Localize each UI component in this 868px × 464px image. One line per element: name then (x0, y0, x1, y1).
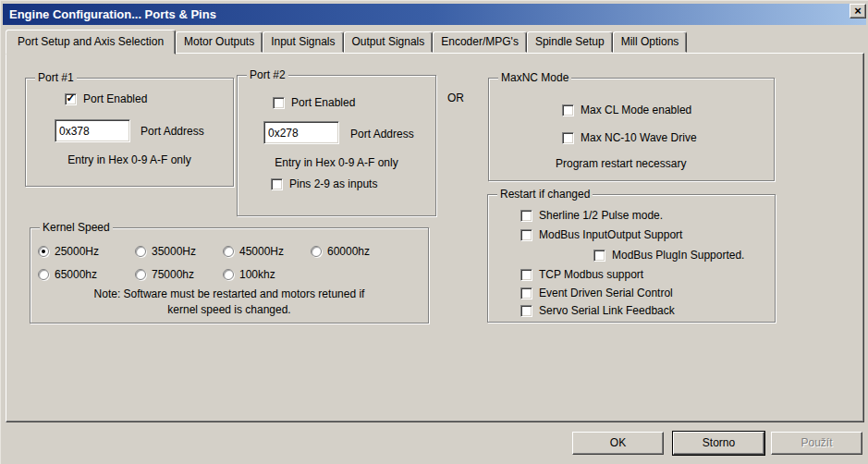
restart-modbus-plugin-checkbox[interactable] (593, 250, 605, 262)
ok-button[interactable]: OK (572, 432, 664, 455)
checkmark-icon: ✓ (66, 93, 75, 103)
restart-modbus-io-row[interactable]: ModBus InputOutput Support (520, 228, 682, 241)
tab-input-signals[interactable]: Input Signals (263, 31, 343, 53)
port2-enabled-label[interactable]: Port Enabled (291, 96, 355, 109)
restart-sherline-row[interactable]: Sherline 1/2 Pulse mode. (520, 209, 663, 222)
port2-enabled-checkbox[interactable] (273, 97, 285, 109)
maxnc-wave-label[interactable]: Max NC-10 Wave Drive (581, 131, 697, 144)
close-icon: × (854, 4, 862, 18)
port2-enabled-checkbox-row[interactable]: Port Enabled (273, 96, 355, 109)
tab-motor-outputs[interactable]: Motor Outputs (176, 31, 263, 53)
kernel-100khz-label[interactable]: 100khz (239, 268, 275, 281)
maxnc-legend: MaxNC Mode (498, 71, 571, 84)
kernel-75000hz-label[interactable]: 75000hz (152, 268, 194, 281)
port1-group: Port #1 ✓ Port Enabled Port Address Entr… (25, 78, 234, 187)
port2-pins-label[interactable]: Pins 2-9 as inputs (289, 177, 377, 190)
maxnc-cl-label[interactable]: Max CL Mode enabled (581, 104, 691, 116)
port2-group: Port #2 Port Enabled Port Address Entry … (237, 75, 436, 216)
port2-address-label: Port Address (350, 128, 414, 140)
restart-sherline-checkbox[interactable] (520, 210, 532, 222)
kernel-35000hz-radio-row[interactable]: 35000Hz (135, 245, 196, 258)
window-title: Engine Configuration... Ports & Pins (9, 7, 216, 21)
kernel-speed-group: Kernel Speed 25000Hz 35000Hz 45000Hz 600… (30, 227, 429, 324)
kernel-75000hz-radio[interactable] (135, 269, 146, 280)
restart-legend: Restart if changed (497, 188, 593, 201)
port2-address-input[interactable] (263, 121, 339, 144)
restart-if-changed-group: Restart if changed Sherline 1/2 Pulse mo… (487, 194, 776, 323)
tab-page-port-setup: Port #1 ✓ Port Enabled Port Address Entr… (6, 53, 864, 422)
restart-tcp-modbus-label[interactable]: TCP Modbus support (539, 268, 643, 281)
kernel-35000hz-radio[interactable] (135, 246, 146, 257)
kernel-25000hz-radio[interactable] (38, 246, 49, 257)
kernel-35000hz-label[interactable]: 35000Hz (152, 245, 196, 258)
port1-address-label: Port Address (141, 125, 204, 138)
port1-enabled-checkbox-row[interactable]: ✓ Port Enabled (65, 92, 147, 105)
restart-event-serial-row[interactable]: Event Driven Serial Control (520, 287, 673, 299)
tab-mill-options[interactable]: Mill Options (613, 31, 688, 53)
kernel-25000hz-radio-row[interactable]: 25000Hz (38, 245, 99, 258)
titlebar[interactable]: Engine Configuration... Ports & Pins (3, 4, 866, 25)
restart-tcp-modbus-checkbox[interactable] (520, 269, 532, 281)
restart-modbus-plugin-row[interactable]: ModBus PlugIn Supported. (593, 249, 744, 262)
kernel-note-line1: Note: Software must be restarted and mot… (31, 287, 428, 300)
tab-port-setup-and-axis-selection[interactable]: Port Setup and Axis Selection (6, 30, 176, 55)
restart-servo-serial-checkbox[interactable] (520, 305, 532, 317)
port2-pins-checkbox[interactable] (271, 178, 283, 190)
restart-event-serial-label[interactable]: Event Driven Serial Control (539, 287, 673, 299)
restart-servo-serial-row[interactable]: Servo Serial Link Feedback (520, 304, 675, 317)
restart-servo-serial-label[interactable]: Servo Serial Link Feedback (539, 304, 675, 317)
engine-configuration-dialog: Engine Configuration... Ports & Pins × P… (0, 0, 868, 464)
port2-hex-hint: Entry in Hex 0-9 A-F only (238, 156, 435, 169)
kernel-45000hz-radio[interactable] (223, 246, 234, 257)
tab-encoder-mpgs[interactable]: Encoder/MPG's (433, 31, 527, 53)
restart-modbus-io-checkbox[interactable] (520, 229, 532, 241)
port1-legend: Port #1 (35, 71, 77, 84)
maxnc-mode-group: MaxNC Mode Max CL Mode enabled Max NC-10… (488, 78, 775, 181)
tab-spindle-setup[interactable]: Spindle Setup (527, 31, 613, 53)
maxnc-wave-checkbox-row[interactable]: Max NC-10 Wave Drive (562, 131, 697, 144)
maxnc-note: Program restart necessary (556, 157, 686, 170)
kernel-45000hz-radio-row[interactable]: 45000Hz (223, 245, 284, 258)
restart-event-serial-checkbox[interactable] (520, 287, 532, 299)
port2-pins-checkbox-row[interactable]: Pins 2-9 as inputs (271, 177, 377, 190)
port1-address-input[interactable] (55, 119, 130, 142)
cancel-button[interactable]: Storno (673, 432, 764, 455)
kernel-25000hz-label[interactable]: 25000Hz (55, 245, 99, 258)
kernel-60000hz-label[interactable]: 60000hz (327, 245, 370, 258)
kernel-65000hz-label[interactable]: 65000hz (55, 268, 97, 281)
kernel-legend: Kernel Speed (40, 221, 113, 234)
apply-button[interactable]: Použít (771, 432, 862, 455)
port1-enabled-label[interactable]: Port Enabled (83, 92, 147, 105)
kernel-100khz-radio[interactable] (223, 269, 234, 280)
kernel-45000hz-label[interactable]: 45000Hz (239, 245, 284, 258)
maxnc-cl-checkbox[interactable] (562, 104, 574, 116)
or-label: OR (447, 92, 464, 104)
port2-legend: Port #2 (247, 68, 288, 81)
maxnc-wave-checkbox[interactable] (562, 132, 574, 144)
restart-modbus-io-label[interactable]: ModBus InputOutput Support (539, 228, 682, 241)
tab-output-signals[interactable]: Output Signals (344, 31, 434, 53)
tabstrip: Port Setup and Axis Selection Motor Outp… (6, 30, 687, 55)
port1-hex-hint: Entry in Hex 0-9 A-F only (26, 153, 233, 166)
restart-modbus-plugin-label[interactable]: ModBus PlugIn Supported. (612, 249, 744, 262)
kernel-65000hz-radio-row[interactable]: 65000hz (38, 268, 97, 281)
restart-tcp-modbus-row[interactable]: TCP Modbus support (520, 268, 643, 281)
radio-dot (42, 250, 45, 253)
restart-sherline-label[interactable]: Sherline 1/2 Pulse mode. (539, 209, 663, 222)
maxnc-cl-checkbox-row[interactable]: Max CL Mode enabled (562, 104, 691, 116)
close-button[interactable]: × (850, 4, 866, 18)
kernel-note-line2: kernel speed is changed. (31, 303, 428, 316)
kernel-75000hz-radio-row[interactable]: 75000hz (135, 268, 194, 281)
kernel-60000hz-radio-row[interactable]: 60000hz (311, 245, 370, 258)
port1-enabled-checkbox[interactable]: ✓ (65, 93, 77, 105)
kernel-100khz-radio-row[interactable]: 100khz (223, 268, 275, 281)
kernel-60000hz-radio[interactable] (311, 246, 322, 257)
kernel-65000hz-radio[interactable] (38, 269, 49, 280)
